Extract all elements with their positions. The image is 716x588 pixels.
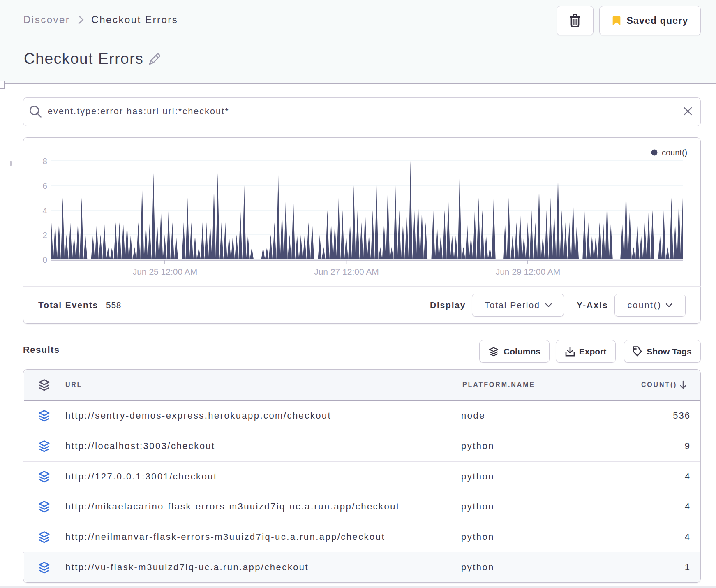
svg-text:4: 4 <box>43 206 47 215</box>
svg-text:0: 0 <box>43 255 47 264</box>
svg-text:Jun 27 12:00 AM: Jun 27 12:00 AM <box>314 267 379 276</box>
svg-text:6: 6 <box>43 181 47 190</box>
svg-text:Jun 25 12:00 AM: Jun 25 12:00 AM <box>133 267 198 276</box>
svg-text:8: 8 <box>43 156 47 166</box>
svg-text:2: 2 <box>43 230 47 240</box>
svg-text:Jun 29 12:00 AM: Jun 29 12:00 AM <box>496 267 561 276</box>
svg-text:count(): count() <box>662 148 687 157</box>
